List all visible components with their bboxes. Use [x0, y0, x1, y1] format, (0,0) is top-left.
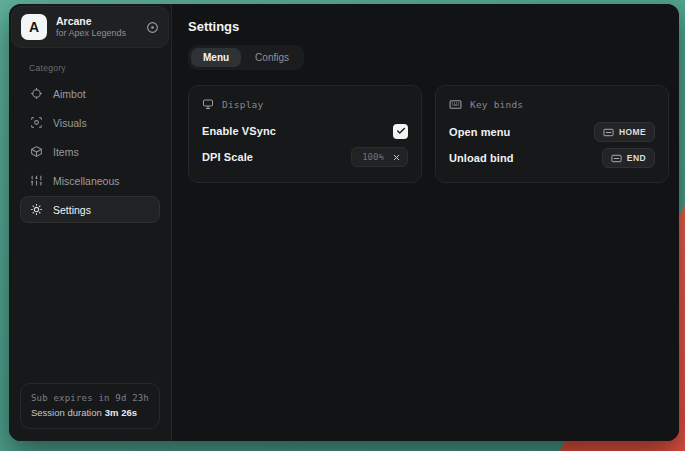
tab-configs[interactable]: Configs [243, 48, 301, 67]
dpi-row: DPI Scale 100% [202, 144, 408, 170]
open-menu-key: HOME [619, 127, 646, 137]
sidebar-item-label: Visuals [53, 117, 87, 129]
keyboard-icon [611, 153, 622, 164]
session-duration-text: Session duration3m 26s [31, 406, 149, 420]
clear-icon[interactable] [392, 153, 401, 162]
tab-menu[interactable]: Menu [191, 48, 241, 67]
tab-group: Menu Configs [188, 45, 304, 70]
brand-logo: A [21, 14, 47, 40]
sidebar-item-items[interactable]: Items [20, 138, 160, 165]
circle-dot-icon[interactable] [146, 21, 159, 34]
sidebar-item-settings[interactable]: Settings [20, 196, 160, 223]
app-window: A Arcane for Apex Legends Category Aimbo… [9, 4, 679, 441]
cards-row: Display Enable VSync DPI Scale 100% [188, 85, 669, 183]
keybinds-card-title-text: Key binds [470, 99, 523, 110]
brand-subtitle: for Apex Legends [56, 28, 137, 39]
gear-icon [30, 203, 43, 216]
sidebar-item-aimbot[interactable]: Aimbot [20, 80, 160, 107]
sidebar-item-label: Items [53, 146, 79, 158]
keybinds-card-title: Key binds [449, 98, 655, 111]
session-duration-value: 3m 26s [105, 407, 137, 418]
package-icon [30, 145, 43, 158]
sidebar-spacer [9, 223, 171, 373]
keyboard-icon [449, 98, 462, 111]
unload-key: END [627, 153, 646, 163]
display-card-title: Display [202, 98, 408, 110]
dpi-scale-input[interactable]: 100% [351, 147, 408, 167]
display-card: Display Enable VSync DPI Scale 100% [188, 85, 422, 183]
checkmark-icon [396, 126, 406, 136]
sub-expiry-text: Sub expires in 9d 23h [31, 392, 149, 406]
scan-eye-icon [30, 116, 43, 129]
sidebar-item-visuals[interactable]: Visuals [20, 109, 160, 136]
brand-name: Arcane [56, 15, 137, 28]
vsync-row: Enable VSync [202, 118, 408, 144]
category-label: Category [29, 63, 151, 73]
unload-bind-row: Unload bind END [449, 145, 655, 171]
sidebar-item-label: Settings [53, 204, 91, 216]
brand-text: Arcane for Apex Legends [56, 15, 137, 39]
session-duration-label: Session duration [31, 407, 102, 418]
sidebar-nav: Aimbot Visuals Items [9, 80, 171, 223]
sidebar-item-label: Aimbot [53, 88, 86, 100]
unload-keybind-button[interactable]: END [602, 148, 655, 168]
sidebar-item-label: Miscellaneous [53, 175, 120, 187]
main-content: Settings Menu Configs Display Enable VSy… [172, 4, 679, 441]
dpi-label: DPI Scale [202, 151, 253, 163]
keyboard-icon [603, 127, 614, 138]
brand-header: A Arcane for Apex Legends [11, 6, 169, 48]
sliders-icon [30, 174, 43, 187]
vsync-checkbox[interactable] [393, 124, 408, 139]
open-menu-keybind-button[interactable]: HOME [594, 122, 655, 142]
unload-bind-label: Unload bind [449, 152, 514, 164]
sidebar: A Arcane for Apex Legends Category Aimbo… [9, 4, 172, 441]
monitor-icon [202, 98, 214, 110]
keybinds-card: Key binds Open menu HOME Unload bin [435, 85, 669, 183]
dpi-scale-value: 100% [358, 152, 388, 162]
display-card-title-text: Display [222, 99, 263, 110]
open-menu-row: Open menu HOME [449, 119, 655, 145]
crosshair-icon [30, 87, 43, 100]
vsync-label: Enable VSync [202, 125, 276, 137]
open-menu-label: Open menu [449, 126, 510, 138]
sidebar-item-miscellaneous[interactable]: Miscellaneous [20, 167, 160, 194]
page-title: Settings [188, 19, 669, 34]
session-box: Sub expires in 9d 23h Session duration3m… [20, 383, 160, 429]
